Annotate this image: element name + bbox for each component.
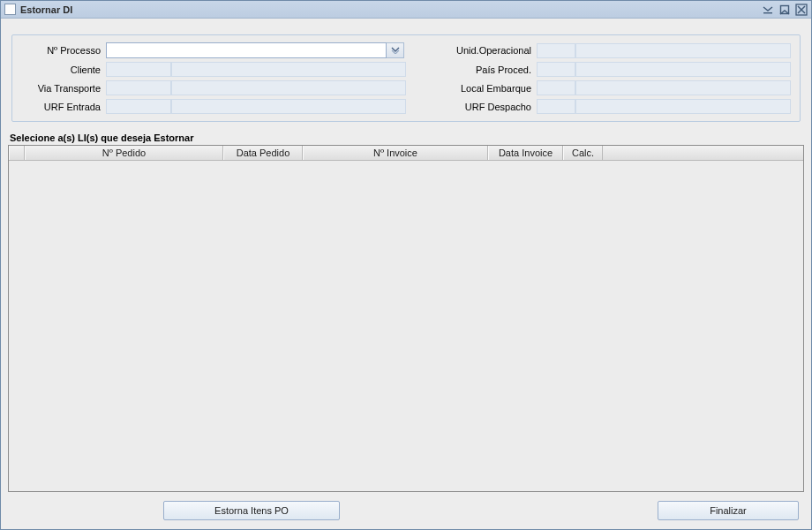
finalizar-button[interactable]: Finalizar [658,501,799,520]
pais-proced-code [537,62,575,77]
maximize-icon[interactable] [777,3,793,17]
grid-col-n_pedido[interactable]: Nº Pedido [25,146,223,160]
grid-header: Nº PedidoData PedidoNº InvoiceData Invoi… [9,146,803,161]
urf-despacho-desc [575,99,791,114]
estorna-itens-po-button[interactable]: Estorna Itens PO [163,501,340,520]
label-unid-operacional: Unid.Operacional [441,45,537,56]
label-urf-despacho: URF Despacho [441,102,537,112]
urf-despacho-code [537,99,575,114]
chevron-down-icon [391,47,400,54]
form-fieldset: Nº Processo Unid.Operacional Cliente Paí… [11,34,801,122]
close-icon[interactable] [793,3,809,17]
section-label: Selecione a(s) LI(s) que deseja Estornar [1,129,811,145]
unid-operacional-code [537,43,575,58]
svg-rect-0 [763,12,772,13]
urf-entrada-code [106,99,171,114]
pais-proced-desc [575,62,791,77]
unid-operacional-desc [575,43,791,58]
titlebar: Estornar DI [1,1,811,19]
label-processo: Nº Processo [21,45,106,56]
processo-lov-button[interactable] [387,42,404,58]
grid-col-data_pedido[interactable]: Data Pedido [223,146,303,160]
grid-col-calc[interactable]: Calc. [563,146,603,160]
urf-entrada-desc [171,99,406,114]
label-urf-entrada: URF Entrada [21,102,106,112]
label-via-transporte: Via Transporte [21,83,106,94]
label-pais-proced: País Proced. [441,64,537,75]
local-embarque-code [537,80,575,95]
grid-col-chk[interactable] [9,146,25,160]
grid-col-data_invoice[interactable]: Data Invoice [488,146,563,160]
label-local-embarque: Local Embarque [441,83,537,94]
local-embarque-desc [575,80,791,95]
label-cliente: Cliente [21,64,106,75]
grid-body[interactable] [9,161,803,491]
grid: Nº PedidoData PedidoNº InvoiceData Invoi… [8,145,804,492]
window-icon [4,4,16,15]
via-transporte-desc [171,80,406,95]
minimize-icon[interactable] [760,3,776,17]
grid-col-n_invoice[interactable]: Nº Invoice [303,146,488,160]
via-transporte-code [106,80,171,95]
cliente-code [106,62,171,77]
window-title: Estornar DI [20,4,72,15]
processo-input[interactable] [106,42,387,58]
cliente-desc [171,62,406,77]
